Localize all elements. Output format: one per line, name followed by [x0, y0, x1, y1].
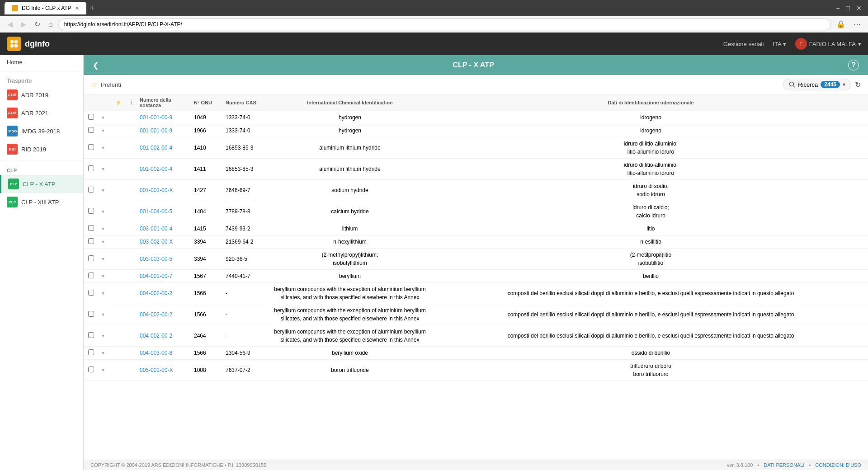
sidebar-item-rid2019[interactable]: RID RID 2019	[0, 140, 83, 158]
numero-link[interactable]: 003-002-00-X	[140, 239, 173, 245]
sidebar-item-imdg[interactable]: IMDG IMDG 39-2018	[0, 122, 83, 140]
row-checkbox[interactable]	[88, 127, 94, 133]
numero-link[interactable]: 003-001-00-4	[140, 226, 172, 232]
numero-link[interactable]: 004-001-00-7	[140, 273, 172, 279]
row-expand-cell: ▾	[97, 201, 111, 222]
home-label: Home	[7, 59, 23, 66]
forward-button[interactable]: ▶	[18, 19, 29, 29]
browser-tab[interactable]: DG Info - CLP x ATP ✕	[5, 2, 86, 14]
sidebar-item-clp-x-atp[interactable]: CLP CLP - X ATP	[0, 175, 83, 193]
footer-separator2: •	[809, 462, 811, 468]
user-menu-button[interactable]: F FABIO LA MALFA ▾	[795, 38, 861, 50]
row-checkbox[interactable]	[88, 255, 94, 261]
row-checkbox[interactable]	[88, 238, 94, 244]
row-checkbox-cell	[84, 201, 97, 222]
sidebar-item-adr2019[interactable]: ADR ADR 2019	[0, 86, 83, 104]
address-bar[interactable]	[58, 19, 831, 30]
expand-icon[interactable]: ▾	[102, 226, 104, 232]
expand-icon[interactable]: ▾	[102, 239, 104, 245]
close-button[interactable]: ✕	[854, 5, 863, 12]
help-button[interactable]: ?	[848, 60, 859, 70]
row-expand-cell: ▾	[97, 159, 111, 180]
search-dropdown-button[interactable]: ▾	[843, 81, 845, 88]
home-button[interactable]: ⌂	[46, 19, 56, 29]
row-dati: idrogeno	[434, 124, 868, 137]
row-checkbox-cell	[84, 180, 97, 201]
numero-link[interactable]: 004-003-00-8	[140, 350, 172, 356]
row-onu: 1566	[189, 283, 221, 304]
tab-close-btn[interactable]: ✕	[75, 5, 79, 11]
row-numero: 004-002-00-2	[135, 325, 189, 347]
row-checkbox[interactable]	[88, 332, 94, 338]
numero-link[interactable]: 001-003-00-X	[140, 187, 173, 193]
content-area: ❮ CLP - X ATP ? ☆ Preferiti Ricerca 2445…	[84, 55, 868, 470]
minimize-button[interactable]: −	[834, 5, 841, 12]
row-tools-cell	[111, 249, 124, 270]
row-onu: 1567	[189, 270, 221, 283]
numero-link[interactable]: 001-002-00-4	[140, 145, 172, 151]
numero-link[interactable]: 005-001-00-X	[140, 367, 173, 373]
expand-icon[interactable]: ▾	[102, 256, 104, 262]
numero-link[interactable]: 004-002-00-2	[140, 290, 172, 296]
row-expand-cell: ▾	[97, 180, 111, 201]
expand-icon[interactable]: ▾	[102, 290, 104, 296]
row-expand-cell: ▾	[97, 235, 111, 249]
numero-link[interactable]: 001-004-00-5	[140, 208, 172, 215]
reload-button[interactable]: ↻	[32, 19, 43, 29]
numero-link[interactable]: 004-002-00-2	[140, 311, 172, 318]
row-checkbox[interactable]	[88, 367, 94, 372]
numero-link[interactable]: 001-001-00-9	[140, 127, 172, 134]
row-checkbox[interactable]	[88, 144, 94, 150]
row-checkbox-cell	[84, 249, 97, 270]
restore-button[interactable]: □	[844, 5, 852, 12]
row-checkbox[interactable]	[88, 165, 94, 171]
language-button[interactable]: ITA ▾	[773, 41, 786, 47]
new-tab-button[interactable]: +	[90, 4, 95, 13]
sidebar-item-adr2021[interactable]: ADR ADR 2021	[0, 104, 83, 122]
row-onu: 1049	[189, 111, 221, 124]
expand-icon[interactable]: ▾	[102, 333, 104, 339]
sidebar-item-clp-xiii-atp[interactable]: CLP CLP - XIII ATP	[0, 193, 83, 211]
row-cas: 1304-56-9	[221, 347, 266, 360]
expand-icon[interactable]: ▾	[102, 350, 104, 356]
refresh-button[interactable]: ↻	[855, 80, 861, 89]
expand-icon[interactable]: ▾	[102, 273, 104, 279]
expand-icon[interactable]: ▾	[102, 311, 104, 318]
preferiti-label[interactable]: Preferiti	[101, 81, 121, 88]
star-icon: ☆	[91, 80, 97, 89]
expand-icon[interactable]: ▾	[102, 187, 104, 193]
sidebar-item-home[interactable]: Home	[0, 55, 83, 69]
search-count-badge: 2445	[821, 81, 840, 88]
row-dati: berillio	[434, 270, 868, 283]
expand-icon[interactable]: ▾	[102, 367, 104, 373]
row-checkbox[interactable]	[88, 114, 94, 120]
numero-link[interactable]: 001-002-00-4	[140, 166, 172, 172]
extensions-button[interactable]: 🔒	[834, 19, 848, 29]
dati-personali-link[interactable]: DATI PERSONALI	[764, 462, 804, 468]
expand-icon[interactable]: ▾	[102, 145, 104, 151]
row-checkbox[interactable]	[88, 273, 94, 278]
condizioni-link[interactable]: CONDIZIONI D'USO	[815, 462, 861, 468]
expand-icon[interactable]: ▾	[102, 166, 104, 172]
row-checkbox[interactable]	[88, 208, 94, 214]
row-numero: 001-002-00-4	[135, 137, 189, 159]
row-checkbox[interactable]	[88, 290, 94, 296]
row-dati: idruro di litio-alluminio;litio-allumini…	[434, 137, 868, 159]
row-more-cell	[124, 270, 135, 283]
expand-icon[interactable]: ▾	[102, 114, 104, 121]
row-numero: 003-001-00-4	[135, 222, 189, 235]
sidebar-divider-1	[0, 71, 83, 71]
back-button[interactable]: ◀	[5, 19, 15, 29]
row-checkbox[interactable]	[88, 225, 94, 231]
expand-icon[interactable]: ▾	[102, 127, 104, 134]
row-checkbox[interactable]	[88, 349, 94, 355]
expand-icon[interactable]: ▾	[102, 208, 104, 215]
menu-button[interactable]: ⋯	[851, 19, 863, 29]
numero-link[interactable]: 004-002-00-2	[140, 333, 172, 339]
sidebar-toggle-button[interactable]: ❮	[93, 61, 99, 70]
numero-link[interactable]: 001-001-00-9	[140, 114, 172, 121]
numero-link[interactable]: 003-003-00-5	[140, 256, 172, 262]
gestione-seriali-link[interactable]: Gestione seriali	[723, 41, 764, 47]
row-checkbox[interactable]	[88, 187, 94, 193]
row-checkbox[interactable]	[88, 311, 94, 317]
